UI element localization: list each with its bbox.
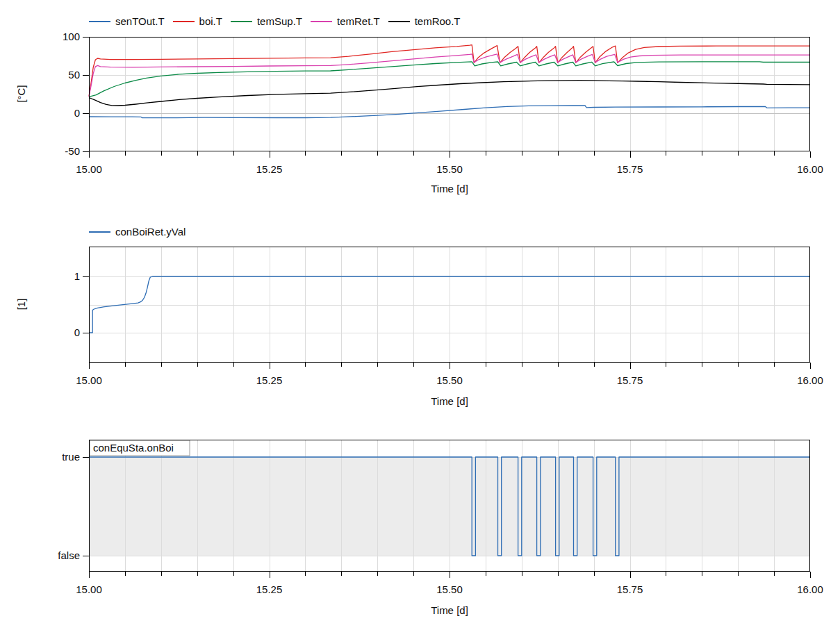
x-tick-label: 15.25 [256,583,283,595]
y-axis-unit-dimensionless: [1] [15,299,27,310]
chart-boiler-on-off: conEquSta.onBoi15.0015.2515.5015.7516.00… [0,0,840,630]
inline-label-box [90,440,190,456]
x-axis-title-time-2: Time [d] [89,395,810,407]
y-tick-label: 0 [74,107,80,119]
legend-item: boi.T [173,15,222,27]
y-tick-label: 50 [68,69,80,81]
y-tick-label: 0 [74,326,80,338]
legend-item: temRoo.T [388,15,461,27]
plot-frame [90,247,810,363]
legend-label: conBoiRet.yVal [115,226,186,238]
legend-label: boi.T [199,15,222,27]
gridlines [89,440,810,572]
legend-item: conBoiRet.yVal [89,226,186,238]
chart-valve-signal: conBoiRet.yVal 15.0015.2515.5015.7516.00… [0,0,840,630]
axis-ticks: 15.0015.2515.5015.7516.0010 [74,270,823,386]
plot-frame [90,38,810,151]
x-tick-label: 16.00 [797,163,823,175]
legend-line-swatch [311,21,332,22]
legend-line-swatch [388,21,410,22]
legend-label: temSup.T [257,15,302,27]
y-tick-label: true [62,451,80,463]
legend-item: temRet.T [311,15,380,27]
y-tick-label: -50 [65,145,80,157]
chart-temperatures: senTOut.Tboi.TtemSup.TtemRet.TtemRoo.T 1… [0,0,840,630]
plot-area-boiler-on-off: conEquSta.onBoi15.0015.2515.5015.7516.00… [89,440,810,572]
gridlines [89,247,810,363]
x-tick-label: 15.50 [436,374,463,386]
y-tick-label: 1 [74,270,80,282]
plot-area-temperatures: 15.0015.2515.5015.7516.00100500-50 [89,37,810,151]
axis-ticks: 15.0015.2515.5015.7516.00truefalse [58,451,823,595]
x-tick-label: 15.75 [617,163,643,175]
simulation-result-plots: senTOut.Tboi.TtemSup.TtemRet.TtemRoo.T 1… [0,0,840,630]
x-tick-label: 15.75 [617,374,643,386]
series-conEquSta.onBoi [89,457,810,556]
plot-frame [90,440,810,572]
plot-area-valve-signal: 15.0015.2515.5015.7516.0010 [89,247,810,363]
x-tick-label: 15.00 [76,163,102,175]
x-axis-title-time-1: Time [d] [89,183,810,194]
legend-label: temRet.T [337,15,380,27]
x-tick-label: 15.25 [256,374,283,386]
x-tick-label: 15.50 [436,163,463,175]
legend-valve-signal: conBoiRet.yVal [89,226,186,238]
x-tick-label: 15.50 [436,583,463,595]
x-tick-label: 15.25 [256,163,283,175]
x-tick-label: 15.00 [76,583,102,595]
y-axis-unit-celsius: [°C] [15,85,27,102]
legend-line-swatch [89,231,110,233]
inline-label-text: conEquSta.onBoi [93,442,174,454]
y-tick-label: false [58,549,80,561]
series-conBoiRet.yVal [89,276,810,333]
legend-item: temSup.T [231,15,302,27]
series-senTOut.T [89,106,810,118]
axis-ticks: 15.0015.2515.5015.7516.00100500-50 [63,31,823,175]
series-temRet.T [89,54,810,97]
legend-item: senTOut.T [89,15,165,27]
legend-label: senTOut.T [115,15,165,27]
x-tick-label: 16.00 [797,374,823,386]
x-tick-label: 16.00 [797,583,823,595]
legend-line-swatch [231,21,252,22]
x-tick-label: 15.00 [76,374,102,386]
x-axis-title-time-3: Time [d] [89,604,810,616]
legend-line-swatch [173,21,195,22]
series-temSup.T [89,62,810,97]
y-tick-label: 100 [63,31,80,42]
series-boi.T [89,45,810,97]
legend-label: temRoo.T [415,15,461,27]
legend-temperatures: senTOut.Tboi.TtemSup.TtemRet.TtemRoo.T [89,15,461,27]
true-false-band [89,457,810,556]
gridlines [89,37,810,151]
series-temRoo.T [89,81,810,106]
x-tick-label: 15.75 [617,583,643,595]
legend-line-swatch [89,21,110,22]
